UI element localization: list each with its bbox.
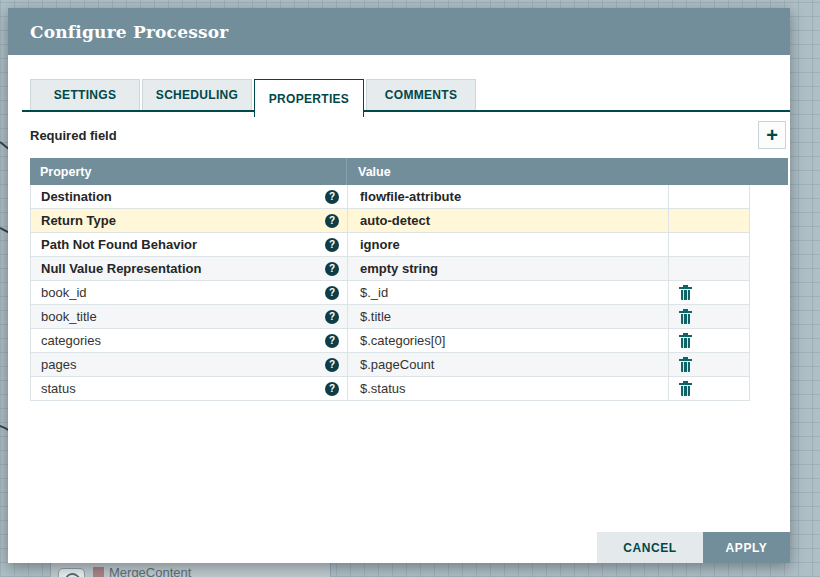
delete-cell: [668, 353, 749, 376]
property-name-cell: categories?: [31, 329, 347, 352]
property-value-cell[interactable]: ignore: [347, 233, 668, 256]
property-value-cell[interactable]: flowfile-attribute: [347, 185, 668, 208]
delete-cell: [668, 209, 749, 232]
table-row[interactable]: book_title?$.title: [31, 305, 749, 329]
add-property-button[interactable]: +: [758, 121, 786, 149]
dialog-title: Configure Processor: [30, 22, 228, 42]
property-name: Null Value Representation: [41, 261, 201, 276]
column-header-value: Value: [346, 165, 391, 179]
tab-bar: SETTINGS SCHEDULING PROPERTIES COMMENTS: [22, 79, 790, 112]
column-divider: [346, 158, 347, 185]
column-header-property: Property: [30, 165, 346, 179]
help-icon[interactable]: ?: [325, 286, 339, 300]
help-icon[interactable]: ?: [325, 238, 339, 252]
property-value: $.title: [360, 309, 391, 324]
tab-comments[interactable]: COMMENTS: [366, 79, 476, 110]
table-row[interactable]: Path Not Found Behavior?ignore: [31, 233, 749, 257]
processor-type-icon: [58, 568, 85, 577]
tab-settings-label: SETTINGS: [54, 88, 116, 102]
property-name: Return Type: [41, 213, 116, 228]
delete-cell: [668, 329, 749, 352]
table-row[interactable]: status?$.status: [31, 377, 749, 401]
property-value-cell[interactable]: $.title: [347, 305, 668, 328]
help-icon[interactable]: ?: [325, 262, 339, 276]
help-icon[interactable]: ?: [325, 334, 339, 348]
help-icon[interactable]: ?: [325, 358, 339, 372]
properties-toolbar: Required field +: [30, 112, 788, 158]
table-row[interactable]: Null Value Representation?empty string: [31, 257, 749, 281]
delete-cell: [668, 257, 749, 280]
table-row[interactable]: pages?$.pageCount: [31, 353, 749, 377]
property-name: book_title: [41, 309, 97, 324]
property-value-cell[interactable]: $._id: [347, 281, 668, 304]
property-name-cell: pages?: [31, 353, 347, 376]
cancel-button[interactable]: CANCEL: [597, 532, 703, 563]
property-value: $._id: [360, 285, 388, 300]
table-row[interactable]: book_id?$._id: [31, 281, 749, 305]
property-value-cell[interactable]: $.categories[0]: [347, 329, 668, 352]
configure-processor-dialog: Configure Processor SETTINGS SCHEDULING …: [8, 8, 790, 563]
tab-comments-label: COMMENTS: [385, 88, 457, 102]
delete-cell: [668, 233, 749, 256]
property-name-cell: Path Not Found Behavior?: [31, 233, 347, 256]
stopped-indicator-icon: [93, 567, 104, 577]
delete-cell: [668, 377, 749, 400]
property-name-cell: status?: [31, 377, 347, 400]
delete-cell: [668, 281, 749, 304]
table-row[interactable]: Destination?flowfile-attribute: [31, 185, 749, 209]
tab-scheduling-label: SCHEDULING: [156, 88, 238, 102]
table-header: Property Value: [30, 158, 788, 185]
dialog-header: Configure Processor: [8, 8, 790, 55]
table-row[interactable]: Return Type?auto-detect: [31, 209, 749, 233]
apply-button[interactable]: APPLY: [703, 532, 790, 563]
plus-icon: +: [766, 124, 778, 146]
property-value: $.categories[0]: [360, 333, 445, 348]
help-icon[interactable]: ?: [325, 382, 339, 396]
property-name-cell: book_title?: [31, 305, 347, 328]
tab-settings[interactable]: SETTINGS: [30, 79, 140, 110]
property-value-cell[interactable]: $.pageCount: [347, 353, 668, 376]
property-value-cell[interactable]: auto-detect: [347, 209, 668, 232]
property-name: Path Not Found Behavior: [41, 237, 197, 252]
delete-property-button[interactable]: [681, 362, 690, 372]
processor-name-label: MergeContent: [109, 565, 191, 577]
delete-cell: [668, 185, 749, 208]
property-rows: Destination?flowfile-attributeReturn Typ…: [30, 185, 750, 401]
tab-properties-label: PROPERTIES: [269, 92, 349, 106]
property-value: auto-detect: [360, 213, 430, 228]
property-name-cell: book_id?: [31, 281, 347, 304]
dialog-footer: CANCEL APPLY: [597, 532, 790, 563]
delete-property-button[interactable]: [681, 290, 690, 300]
tab-properties[interactable]: PROPERTIES: [254, 79, 364, 117]
property-name-cell: Destination?: [31, 185, 347, 208]
delete-property-button[interactable]: [681, 338, 690, 348]
property-name: categories: [41, 333, 101, 348]
property-value-cell[interactable]: empty string: [347, 257, 668, 280]
property-value: $.status: [360, 381, 406, 396]
property-value: flowfile-attribute: [360, 189, 461, 204]
property-value: ignore: [360, 237, 400, 252]
help-icon[interactable]: ?: [325, 190, 339, 204]
help-icon[interactable]: ?: [325, 214, 339, 228]
property-name: pages: [41, 357, 76, 372]
property-name: status: [41, 381, 76, 396]
property-name-cell: Null Value Representation?: [31, 257, 347, 280]
table-row[interactable]: categories?$.categories[0]: [31, 329, 749, 353]
help-icon[interactable]: ?: [325, 310, 339, 324]
tab-scheduling[interactable]: SCHEDULING: [142, 79, 252, 110]
delete-property-button[interactable]: [681, 386, 690, 396]
delete-property-button[interactable]: [681, 314, 690, 324]
property-name: book_id: [41, 285, 87, 300]
delete-cell: [668, 305, 749, 328]
property-name-cell: Return Type?: [31, 209, 347, 232]
property-value: empty string: [360, 261, 438, 276]
required-field-label: Required field: [30, 128, 117, 143]
property-name: Destination: [41, 189, 112, 204]
property-value-cell[interactable]: $.status: [347, 377, 668, 400]
property-value: $.pageCount: [360, 357, 434, 372]
